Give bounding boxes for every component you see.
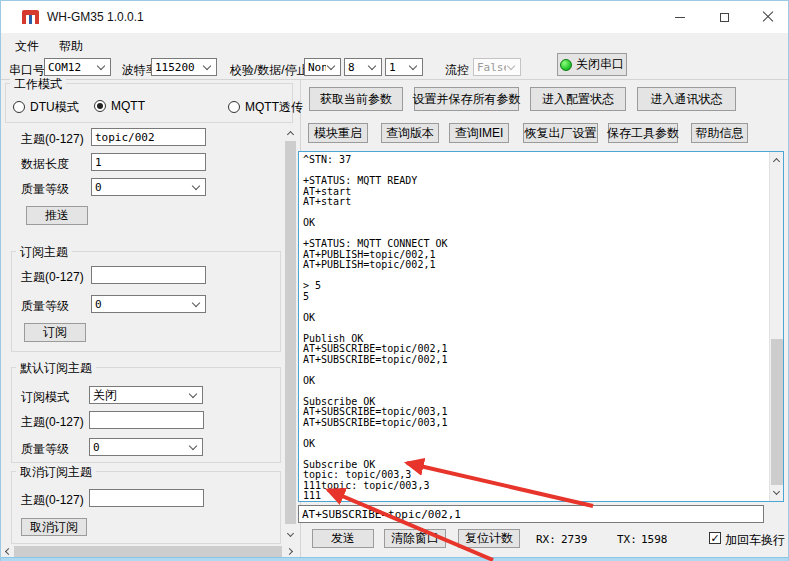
help-info-button[interactable]: 帮助信息 (691, 123, 748, 143)
tx-value: 1598 (641, 533, 668, 546)
subscribe-mode-label: 订阅模式 (21, 389, 69, 406)
chevron-down-icon (327, 61, 335, 69)
chevron-down-icon (192, 181, 200, 189)
parity-select[interactable]: None (304, 58, 341, 76)
close-port-button[interactable]: 关闭串口 (557, 53, 627, 76)
scroll-up-arrow-icon[interactable] (770, 154, 783, 167)
chevron-down-icon (189, 441, 197, 449)
databits-select[interactable]: 8 (344, 58, 382, 76)
unsubscribe-button[interactable]: 取消订阅 (21, 518, 87, 536)
chevron-down-icon (203, 61, 211, 69)
radio-mqtt-mode[interactable]: MQTT (94, 99, 145, 113)
radio-checked-icon (94, 100, 106, 112)
subscribe-mode-select[interactable]: 关闭 (89, 386, 203, 404)
reset-counter-button[interactable]: 复位计数 (458, 529, 520, 548)
close-button[interactable] (746, 1, 789, 33)
maximize-button[interactable] (702, 1, 746, 33)
default-topic-input[interactable] (89, 411, 204, 429)
chevron-down-icon (97, 61, 105, 69)
scroll-down-arrow-icon[interactable] (284, 528, 297, 541)
serial-log-text: ^STN: 37 +STATUS: MQTT READY AT+start AT… (303, 155, 767, 502)
checkmark-icon: ✓ (710, 533, 719, 544)
rx-value: 2739 (561, 533, 588, 546)
app-icon (22, 10, 39, 24)
clear-window-button[interactable]: 清除窗口 (384, 529, 446, 548)
get-params-button[interactable]: 获取当前参数 (309, 87, 403, 111)
publish-qos-select[interactable]: 0 (91, 178, 206, 196)
factory-reset-button[interactable]: 恢复出厂设置 (523, 123, 598, 143)
subscribe-button[interactable]: 订阅 (24, 323, 86, 342)
window-title: WH-GM35 1.0.0.1 (47, 10, 144, 24)
work-mode-title: 工作模式 (10, 76, 66, 93)
baud-select[interactable]: 115200 (151, 58, 217, 76)
chevron-down-icon (507, 61, 515, 69)
scrollbar-thumb[interactable] (771, 339, 783, 485)
radio-mqtt-transparent-mode[interactable]: MQTT透传 (228, 99, 303, 116)
crlf-checkbox[interactable]: ✓ (709, 532, 721, 544)
left-vertical-scrollbar[interactable] (284, 125, 297, 543)
chevron-down-icon (189, 389, 197, 397)
default-subscribe-title: 默认订阅主题 (16, 360, 96, 377)
crlf-label: 加回车换行 (725, 532, 785, 549)
port-select[interactable]: COM12 (44, 58, 111, 76)
publish-topic-label: 主题(0-127) (21, 131, 84, 148)
unsubscribe-topic-input[interactable] (89, 489, 204, 507)
flow-label: 流控 (445, 62, 469, 79)
chevron-down-icon (192, 298, 200, 306)
enter-config-button[interactable]: 进入配置状态 (530, 87, 626, 111)
data-length-label: 数据长度 (21, 156, 69, 173)
send-button[interactable]: 发送 (312, 529, 374, 548)
subscribe-group-title: 订阅主题 (16, 244, 72, 261)
module-restart-button[interactable]: 模块重启 (308, 123, 368, 143)
subscribe-topic-label: 主题(0-127) (21, 269, 84, 286)
subscribe-topic-input[interactable] (91, 266, 206, 284)
radio-icon (13, 101, 25, 113)
data-length-input[interactable] (91, 153, 206, 171)
set-save-params-button[interactable]: 设置并保存所有参数 (414, 87, 519, 111)
serial-log-area[interactable]: ^STN: 37 +STATUS: MQTT READY AT+start AT… (298, 151, 784, 502)
port-open-led-icon (560, 59, 572, 71)
enter-comm-button[interactable]: 进入通讯状态 (637, 87, 736, 111)
save-tool-params-button[interactable]: 保存工具参数 (608, 123, 678, 143)
subscribe-qos-label: 质量等级 (21, 298, 69, 315)
scrollbar-thumb[interactable] (285, 141, 296, 524)
app-window: WH-GM35 1.0.0.1 文件 帮助 串口号 COM12 波特率 1152… (0, 0, 789, 561)
tx-label: TX: (617, 533, 637, 546)
close-icon (762, 11, 774, 23)
unsubscribe-topic-label: 主题(0-127) (21, 492, 84, 509)
default-qos-select[interactable]: 0 (89, 438, 203, 456)
scroll-down-arrow-icon[interactable] (770, 486, 783, 499)
toolbar-separator (1, 79, 788, 80)
query-version-button[interactable]: 查询版本 (381, 123, 439, 143)
query-imei-button[interactable]: 查询IMEI (449, 123, 509, 143)
maximize-icon (720, 13, 729, 22)
default-qos-label: 质量等级 (21, 441, 69, 458)
unsubscribe-title: 取消订阅主题 (16, 464, 96, 481)
send-input[interactable] (298, 505, 764, 523)
menu-bar: 文件 帮助 (1, 33, 788, 56)
scrollbar-thumb[interactable] (14, 546, 282, 557)
flow-select: False (473, 58, 521, 76)
minimize-button[interactable] (658, 1, 702, 33)
menu-help[interactable]: 帮助 (53, 37, 89, 56)
title-bar: WH-GM35 1.0.0.1 (1, 1, 788, 33)
frame-label: 校验/数据/停止 (230, 62, 309, 79)
subscribe-qos-select[interactable]: 0 (91, 295, 206, 313)
publish-qos-label: 质量等级 (21, 181, 69, 198)
chevron-down-icon (368, 61, 376, 69)
chevron-down-icon (409, 61, 417, 69)
default-topic-label: 主题(0-127) (21, 414, 84, 431)
push-button[interactable]: 推送 (26, 206, 88, 225)
scroll-up-arrow-icon[interactable] (284, 127, 297, 140)
radio-dtu-mode[interactable]: DTU模式 (13, 99, 79, 116)
stopbits-select[interactable]: 1 (385, 58, 423, 76)
rx-label: RX: (536, 533, 556, 546)
radio-icon (228, 101, 240, 113)
window-bottom-border (1, 557, 789, 561)
minimize-icon (675, 17, 685, 18)
log-vertical-scrollbar[interactable] (769, 152, 783, 501)
publish-topic-input[interactable] (91, 128, 206, 146)
menu-file[interactable]: 文件 (9, 37, 45, 56)
